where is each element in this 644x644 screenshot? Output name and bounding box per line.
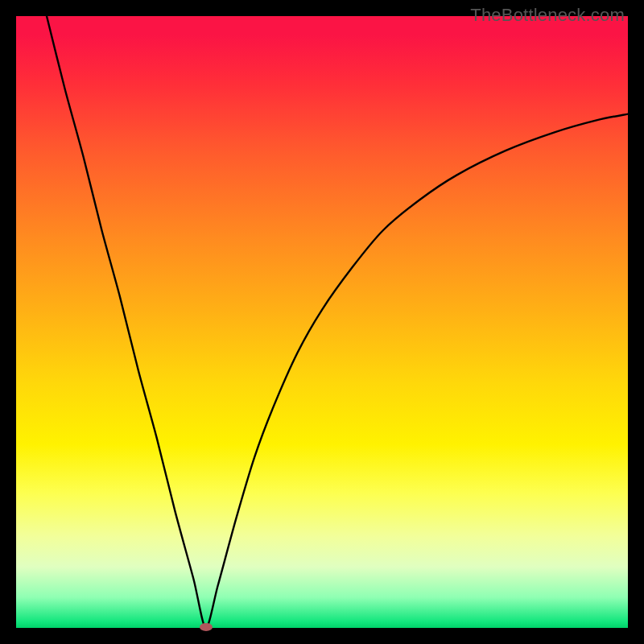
bottleneck-curve-line xyxy=(47,16,628,628)
watermark-label: TheBottleneck.com xyxy=(470,5,625,26)
chart-canvas xyxy=(16,16,628,628)
minimum-marker xyxy=(200,623,213,631)
curve-svg xyxy=(16,16,628,628)
